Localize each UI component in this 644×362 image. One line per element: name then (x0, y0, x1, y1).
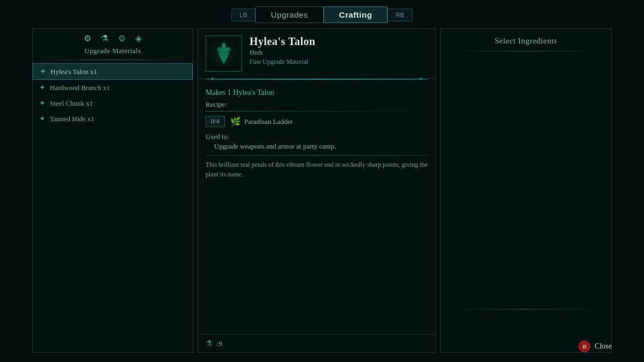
item-label-0: Hylea's Talon x1 (50, 68, 97, 76)
main-layout: ⚙ ⚗ ⚙ ◈ Upgrade Materials ✦ Hylea's Talo… (0, 28, 644, 353)
list-item-hardwood-branch[interactable]: ✦ Hardwood Branch x1 (33, 80, 193, 95)
lb-button[interactable]: LB (231, 9, 255, 21)
gem-icon: ◈ (135, 33, 142, 43)
ingredient-name-0: Paradisan Ladder (244, 117, 293, 126)
description-text: This brilliant teal petals of this vibra… (206, 160, 428, 179)
used-to-section: Used to: Upgrade weapons and armor at pa… (206, 132, 428, 151)
item-icon-3: ✦ (39, 114, 46, 123)
close-button[interactable]: B Close (579, 341, 612, 352)
upgrade-material-icon: ⚙ (84, 33, 91, 43)
close-badge: B (579, 341, 590, 352)
item-quality: Fine Upgrade Material (250, 58, 428, 66)
right-panel-deco (451, 51, 601, 51)
item-info: Hylea's Talon Herb Fine Upgrade Material (250, 35, 428, 66)
item-type: Herb (250, 49, 428, 57)
right-panel-bottom-deco (451, 309, 601, 309)
section-content: Makes 1 Hylea's Talon Recipe: 0/4 🌿 Para… (198, 84, 435, 334)
item-label-2: Steel Chunk x1 (50, 99, 93, 108)
item-artwork (208, 38, 239, 69)
right-panel-title: Select Ingredients (441, 29, 611, 51)
list-item-tanned-hide[interactable]: ✦ Tanned Hide x1 (33, 111, 193, 127)
item-name: Hylea's Talon (250, 35, 428, 48)
leaf-icon: 🌿 (230, 116, 241, 127)
item-icon-2: ✦ (39, 99, 46, 108)
makes-text: Makes 1 Hylea's Talon (206, 88, 428, 97)
recipe-ingredient-0: 🌿 Paradisan Ladder (230, 116, 293, 127)
deco-line-top (206, 79, 428, 80)
recipe-item-0: 0/4 🌿 Paradisan Ladder (206, 116, 428, 127)
tab-upgrades[interactable]: Upgrades (255, 6, 324, 23)
top-navigation: LB Upgrades Crafting RB (0, 0, 644, 28)
list-divider (38, 60, 187, 60)
right-panel: Select Ingredients (440, 28, 612, 353)
currency-icon: ⚗ (206, 339, 213, 348)
recipe-count-0: 0/4 (206, 116, 225, 127)
used-to-text: Upgrade weapons and armor at party camp. (206, 142, 428, 151)
left-panel-title: Upgrade Materials (33, 46, 193, 60)
middle-panel: Hylea's Talon Herb Fine Upgrade Material… (197, 28, 436, 353)
left-panel-icons: ⚙ ⚗ ⚙ ◈ (33, 29, 193, 46)
rb-button[interactable]: RB (387, 9, 412, 21)
ingredients-area (441, 56, 611, 309)
item-icon-1: ✦ (39, 83, 46, 92)
gear-icon: ⚙ (118, 33, 126, 43)
item-label-3: Tanned Hide x1 (50, 115, 94, 123)
bottom-bar: ⚗ :9 (198, 334, 435, 352)
item-label-1: Hardwood Branch x1 (50, 84, 110, 92)
item-header: Hylea's Talon Herb Fine Upgrade Material (198, 29, 435, 79)
tab-crafting[interactable]: Crafting (324, 6, 388, 23)
potion-icon: ⚗ (101, 33, 108, 43)
list-item-steel-chunk[interactable]: ✦ Steel Chunk x1 (33, 95, 193, 111)
close-label: Close (595, 342, 612, 351)
currency-value: :9 (217, 339, 222, 348)
description-divider (206, 155, 428, 156)
used-to-label: Used to: (206, 132, 428, 141)
recipe-divider (206, 111, 428, 112)
recipe-label: Recipe: (206, 100, 428, 109)
list-item-hylea-talon[interactable]: ✦ Hylea's Talon x1 (33, 63, 193, 80)
item-icon-0: ✦ (40, 67, 46, 76)
left-panel: ⚙ ⚗ ⚙ ◈ Upgrade Materials ✦ Hylea's Talo… (32, 28, 193, 353)
item-image (206, 35, 242, 72)
